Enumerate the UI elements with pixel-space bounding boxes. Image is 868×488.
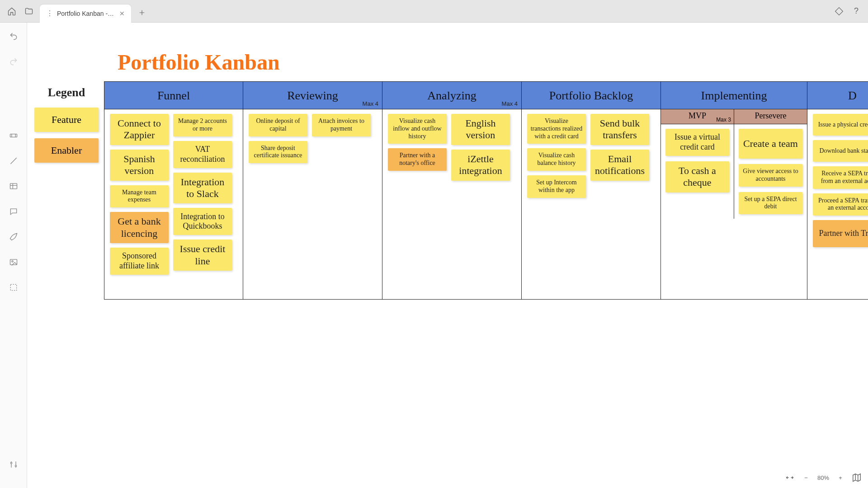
folder-icon[interactable]	[23, 5, 35, 18]
legend-title: Legend	[34, 86, 99, 99]
kanban-card[interactable]: Set up a SEPA direct debit	[739, 192, 802, 215]
kanban-card[interactable]: Receive a SEPA transfer from an external…	[813, 166, 868, 189]
kanban-card[interactable]: Download bank statement	[813, 140, 868, 162]
column-header: AnalyzingMax 4	[382, 81, 521, 109]
kanban-card[interactable]: Integration to Slack	[173, 173, 232, 204]
column-header: ReviewingMax 4	[243, 81, 382, 109]
svg-rect-4	[10, 183, 17, 189]
kanban-column-done: DIssue a physical credit cardDownload ba…	[807, 81, 868, 300]
kanban-card[interactable]: Get a bank licencing	[110, 212, 169, 243]
kanban-column: FunnelConnect to ZappierSpanish versionM…	[104, 81, 243, 300]
column-header: Funnel	[104, 81, 243, 109]
column-header: D	[807, 81, 868, 109]
kanban-card[interactable]: To cash a cheque	[665, 161, 729, 192]
kanban-card[interactable]: Visualize transactions realized with a c…	[527, 114, 586, 144]
close-icon[interactable]: ✕	[118, 10, 127, 17]
kanban-card[interactable]: English version	[451, 114, 510, 145]
column-header: Portfolio Backlog	[522, 81, 660, 109]
legend-feature[interactable]: Feature	[34, 108, 99, 132]
zoom-out-button[interactable]: −	[801, 473, 811, 483]
text-tool-icon[interactable]	[7, 129, 20, 142]
kanban-card[interactable]: Set up Intercom within the app	[527, 175, 586, 198]
kanban-card[interactable]: Share deposit certificate issuance	[249, 141, 307, 164]
zoom-in-button[interactable]: +	[835, 473, 845, 483]
column-header: Implementing	[661, 81, 807, 109]
kanban-card[interactable]: Attach invoices to payment	[312, 114, 371, 136]
home-icon[interactable]	[5, 5, 18, 18]
comment-tool-icon[interactable]	[7, 205, 20, 218]
kanban-card[interactable]: Partner with Treezor	[813, 220, 868, 247]
kanban-card[interactable]: Manage team expenses	[110, 185, 169, 208]
image-tool-icon[interactable]	[7, 256, 20, 268]
svg-rect-7	[10, 284, 16, 290]
kanban-card[interactable]: Issue a physical credit card	[813, 114, 868, 136]
kanban-card[interactable]: Create a team	[739, 129, 802, 159]
browser-tab[interactable]: ⋮ Portfolio Kanban -… ✕	[40, 5, 131, 23]
sub-column-header: MVPMax 3	[661, 109, 734, 124]
line-tool-icon[interactable]	[7, 155, 20, 167]
kanban-card[interactable]: Proceed a SEPA transfer to an external a…	[813, 193, 868, 216]
table-tool-icon[interactable]	[7, 180, 20, 192]
new-tab-button[interactable]	[136, 6, 148, 19]
kanban-card[interactable]: Issue a virtual credit card	[665, 129, 729, 156]
minimap-icon[interactable]	[852, 473, 862, 483]
wip-limit: Max 4	[502, 100, 518, 107]
kanban-card[interactable]: Visualize cash balance history	[527, 148, 586, 171]
column-body[interactable]: Issue a virtual credit cardTo cash a che…	[661, 124, 807, 219]
settings-icon[interactable]	[7, 458, 20, 471]
left-toolbar	[0, 23, 27, 488]
kanban-board: Legend Feature Enabler FunnelConnect to …	[27, 81, 868, 300]
column-body[interactable]: Connect to ZappierSpanish versionManage …	[104, 109, 243, 299]
column-body[interactable]: Issue a physical credit cardDownload ban…	[807, 109, 868, 299]
kanban-card[interactable]: Issue credit line	[173, 239, 232, 271]
column-body[interactable]: Visualize cash inflow and outflow histor…	[382, 109, 521, 299]
column-body[interactable]: Visualize transactions realized with a c…	[522, 109, 660, 299]
wip-limit: Max 3	[716, 117, 731, 123]
kanban-card[interactable]: Connect to Zappier	[110, 114, 169, 145]
diamond-icon[interactable]	[833, 5, 845, 18]
kanban-card[interactable]: Visualize cash inflow and outflow histor…	[388, 114, 447, 144]
kanban-card[interactable]: Integration to Quickbooks	[173, 208, 232, 235]
legend-panel: Legend Feature Enabler	[27, 81, 104, 169]
redo-icon[interactable]	[7, 55, 20, 68]
kanban-column: ReviewingMax 4Online deposit of capitalS…	[243, 81, 382, 300]
column-body[interactable]: Online deposit of capitalShare deposit c…	[243, 109, 382, 299]
kanban-card[interactable]: Spanish version	[110, 150, 169, 181]
kanban-card[interactable]: Online deposit of capital	[249, 114, 307, 136]
svg-point-9	[15, 465, 16, 467]
kanban-card[interactable]: Send bulk transfers	[590, 114, 649, 145]
kanban-column: AnalyzingMax 4Visualize cash inflow and …	[382, 81, 522, 300]
svg-rect-3	[10, 134, 17, 137]
canvas[interactable]: Portfolio Kanban Legend Feature Enabler …	[27, 23, 868, 488]
tab-menu-icon[interactable]: ⋮	[46, 9, 53, 18]
kanban-card[interactable]: Email notifications	[590, 150, 649, 181]
pen-tool-icon[interactable]	[7, 230, 20, 243]
board-title: Portfolio Kanban	[118, 50, 280, 75]
zoom-controls: − 80% +	[785, 473, 862, 483]
svg-point-8	[10, 462, 12, 464]
kanban-card[interactable]: Partner with a notary's office	[388, 148, 447, 171]
kanban-column: Portfolio BacklogVisualize transactions …	[522, 81, 661, 300]
zoom-level[interactable]: 80%	[817, 474, 829, 481]
frame-tool-icon[interactable]	[7, 281, 20, 294]
tab-title: Portfolio Kanban -…	[57, 10, 114, 17]
wip-limit: Max 4	[363, 100, 378, 107]
sub-column-header: Persevere	[734, 109, 807, 124]
kanban-card[interactable]: Manage 2 accounts or more	[173, 114, 232, 136]
kanban-card[interactable]: Give viewer access to accountants	[739, 164, 802, 187]
kanban-card[interactable]: iZettle integration	[451, 150, 510, 181]
svg-point-6	[11, 261, 13, 262]
legend-enabler[interactable]: Enabler	[34, 138, 99, 163]
kanban-card[interactable]: Sponsored affiliate link	[110, 248, 169, 275]
kanban-card[interactable]: VAT reconciliation	[173, 141, 232, 168]
help-icon[interactable]: ?	[850, 5, 863, 18]
fit-width-icon[interactable]	[785, 473, 795, 483]
window-chrome: ⋮ Portfolio Kanban -… ✕ ?	[0, 0, 868, 23]
undo-icon[interactable]	[7, 30, 20, 42]
kanban-column-implementing: ImplementingMVPMax 3PersevereIssue a vir…	[661, 81, 807, 300]
